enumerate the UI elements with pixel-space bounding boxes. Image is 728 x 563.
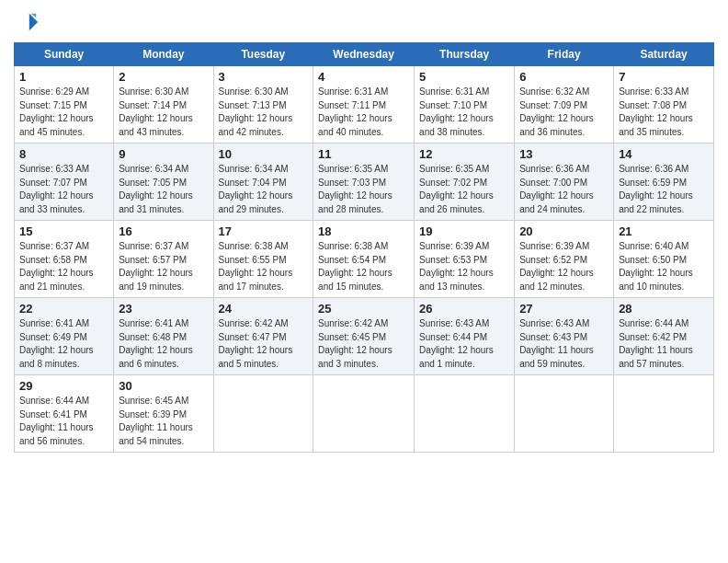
calendar-cell: 24Sunrise: 6:42 AM Sunset: 6:47 PM Dayli… [213, 298, 313, 375]
calendar-cell: 7Sunrise: 6:33 AM Sunset: 7:08 PM Daylig… [614, 66, 714, 144]
day-number: 30 [119, 379, 208, 393]
calendar-day-header: Saturday [614, 43, 714, 66]
calendar-cell: 9Sunrise: 6:34 AM Sunset: 7:05 PM Daylig… [114, 144, 213, 221]
day-number: 1 [19, 70, 108, 84]
calendar-cell: 11Sunrise: 6:35 AM Sunset: 7:03 PM Dayli… [313, 144, 415, 221]
day-number: 22 [19, 302, 108, 316]
day-number: 29 [19, 379, 108, 393]
day-number: 16 [119, 224, 208, 238]
day-number: 15 [19, 224, 108, 238]
day-info: Sunrise: 6:36 AM Sunset: 6:59 PM Dayligh… [619, 163, 709, 216]
calendar-day-header: Wednesday [313, 43, 415, 66]
day-number: 20 [519, 224, 609, 238]
day-number: 3 [219, 70, 309, 84]
page-container: SundayMondayTuesdayWednesdayThursdayFrid… [0, 0, 728, 462]
day-number: 12 [419, 147, 509, 161]
calendar-cell [415, 375, 515, 453]
calendar-cell: 15Sunrise: 6:37 AM Sunset: 6:58 PM Dayli… [15, 221, 114, 298]
day-info: Sunrise: 6:30 AM Sunset: 7:14 PM Dayligh… [119, 86, 208, 139]
calendar-header-row: SundayMondayTuesdayWednesdayThursdayFrid… [15, 43, 714, 66]
day-info: Sunrise: 6:33 AM Sunset: 7:07 PM Dayligh… [19, 163, 108, 216]
day-info: Sunrise: 6:43 AM Sunset: 6:43 PM Dayligh… [519, 317, 609, 371]
calendar-day-header: Sunday [15, 43, 114, 66]
day-info: Sunrise: 6:39 AM Sunset: 6:52 PM Dayligh… [519, 240, 609, 293]
calendar-week-row: 29Sunrise: 6:44 AM Sunset: 6:41 PM Dayli… [15, 375, 714, 453]
calendar-cell: 26Sunrise: 6:43 AM Sunset: 6:44 PM Dayli… [415, 298, 515, 375]
calendar-cell: 5Sunrise: 6:31 AM Sunset: 7:10 PM Daylig… [415, 66, 515, 144]
day-info: Sunrise: 6:39 AM Sunset: 6:53 PM Dayligh… [419, 240, 509, 293]
day-info: Sunrise: 6:40 AM Sunset: 6:50 PM Dayligh… [619, 240, 709, 293]
calendar-cell: 8Sunrise: 6:33 AM Sunset: 7:07 PM Daylig… [15, 144, 114, 221]
calendar-week-row: 22Sunrise: 6:41 AM Sunset: 6:49 PM Dayli… [15, 298, 714, 375]
calendar-cell [313, 375, 415, 453]
calendar-week-row: 15Sunrise: 6:37 AM Sunset: 6:58 PM Dayli… [15, 221, 714, 298]
day-info: Sunrise: 6:37 AM Sunset: 6:57 PM Dayligh… [119, 240, 208, 293]
day-number: 28 [619, 302, 709, 316]
day-info: Sunrise: 6:33 AM Sunset: 7:08 PM Dayligh… [619, 86, 709, 139]
calendar-day-header: Friday [515, 43, 614, 66]
day-info: Sunrise: 6:41 AM Sunset: 6:48 PM Dayligh… [119, 317, 208, 371]
calendar-cell [213, 375, 313, 453]
day-number: 13 [519, 147, 609, 161]
calendar-cell: 12Sunrise: 6:35 AM Sunset: 7:02 PM Dayli… [415, 144, 515, 221]
day-info: Sunrise: 6:30 AM Sunset: 7:13 PM Dayligh… [219, 86, 309, 139]
day-info: Sunrise: 6:36 AM Sunset: 7:00 PM Dayligh… [519, 163, 609, 216]
calendar-cell: 3Sunrise: 6:30 AM Sunset: 7:13 PM Daylig… [213, 66, 313, 144]
day-number: 5 [419, 70, 509, 84]
day-info: Sunrise: 6:32 AM Sunset: 7:09 PM Dayligh… [519, 86, 609, 139]
day-info: Sunrise: 6:38 AM Sunset: 6:55 PM Dayligh… [219, 240, 309, 293]
calendar-cell: 16Sunrise: 6:37 AM Sunset: 6:57 PM Dayli… [114, 221, 213, 298]
calendar-cell: 30Sunrise: 6:45 AM Sunset: 6:39 PM Dayli… [114, 375, 213, 453]
day-number: 4 [318, 70, 409, 84]
calendar-day-header: Monday [114, 43, 213, 66]
day-number: 10 [219, 147, 309, 161]
day-info: Sunrise: 6:41 AM Sunset: 6:49 PM Dayligh… [19, 317, 108, 371]
calendar-cell: 20Sunrise: 6:39 AM Sunset: 6:52 PM Dayli… [515, 221, 614, 298]
calendar-cell: 28Sunrise: 6:44 AM Sunset: 6:42 PM Dayli… [614, 298, 714, 375]
calendar-week-row: 8Sunrise: 6:33 AM Sunset: 7:07 PM Daylig… [15, 144, 714, 221]
logo-icon [14, 9, 40, 35]
calendar-cell: 2Sunrise: 6:30 AM Sunset: 7:14 PM Daylig… [114, 66, 213, 144]
calendar-cell [614, 375, 714, 453]
day-number: 9 [119, 147, 208, 161]
day-info: Sunrise: 6:45 AM Sunset: 6:39 PM Dayligh… [119, 395, 208, 448]
day-number: 8 [19, 147, 108, 161]
calendar-cell [515, 375, 614, 453]
day-number: 27 [519, 302, 609, 316]
day-number: 25 [318, 302, 409, 316]
day-info: Sunrise: 6:34 AM Sunset: 7:05 PM Dayligh… [119, 163, 208, 216]
day-info: Sunrise: 6:44 AM Sunset: 6:42 PM Dayligh… [619, 317, 709, 371]
day-number: 11 [318, 147, 409, 161]
day-info: Sunrise: 6:43 AM Sunset: 6:44 PM Dayligh… [419, 317, 509, 371]
day-info: Sunrise: 6:31 AM Sunset: 7:10 PM Dayligh… [419, 86, 509, 139]
day-info: Sunrise: 6:38 AM Sunset: 6:54 PM Dayligh… [318, 240, 409, 293]
day-info: Sunrise: 6:31 AM Sunset: 7:11 PM Dayligh… [318, 86, 409, 139]
day-number: 18 [318, 224, 409, 238]
day-number: 23 [119, 302, 208, 316]
day-info: Sunrise: 6:44 AM Sunset: 6:41 PM Dayligh… [19, 395, 108, 448]
calendar-week-row: 1Sunrise: 6:29 AM Sunset: 7:15 PM Daylig… [15, 66, 714, 144]
calendar-cell: 27Sunrise: 6:43 AM Sunset: 6:43 PM Dayli… [515, 298, 614, 375]
day-info: Sunrise: 6:35 AM Sunset: 7:02 PM Dayligh… [419, 163, 509, 216]
calendar-cell: 23Sunrise: 6:41 AM Sunset: 6:48 PM Dayli… [114, 298, 213, 375]
calendar-cell: 21Sunrise: 6:40 AM Sunset: 6:50 PM Dayli… [614, 221, 714, 298]
day-number: 19 [419, 224, 509, 238]
calendar-table: SundayMondayTuesdayWednesdayThursdayFrid… [14, 42, 714, 453]
calendar-cell: 22Sunrise: 6:41 AM Sunset: 6:49 PM Dayli… [15, 298, 114, 375]
day-number: 24 [219, 302, 309, 316]
calendar-cell: 19Sunrise: 6:39 AM Sunset: 6:53 PM Dayli… [415, 221, 515, 298]
calendar-cell: 29Sunrise: 6:44 AM Sunset: 6:41 PM Dayli… [15, 375, 114, 453]
calendar-cell: 6Sunrise: 6:32 AM Sunset: 7:09 PM Daylig… [515, 66, 614, 144]
calendar-cell: 1Sunrise: 6:29 AM Sunset: 7:15 PM Daylig… [15, 66, 114, 144]
calendar-cell: 18Sunrise: 6:38 AM Sunset: 6:54 PM Dayli… [313, 221, 415, 298]
day-info: Sunrise: 6:37 AM Sunset: 6:58 PM Dayligh… [19, 240, 108, 293]
day-info: Sunrise: 6:42 AM Sunset: 6:45 PM Dayligh… [318, 317, 409, 371]
calendar-cell: 17Sunrise: 6:38 AM Sunset: 6:55 PM Dayli… [213, 221, 313, 298]
header [14, 9, 714, 35]
logo [14, 9, 43, 35]
day-info: Sunrise: 6:34 AM Sunset: 7:04 PM Dayligh… [219, 163, 309, 216]
day-number: 17 [219, 224, 309, 238]
calendar-cell: 13Sunrise: 6:36 AM Sunset: 7:00 PM Dayli… [515, 144, 614, 221]
day-info: Sunrise: 6:35 AM Sunset: 7:03 PM Dayligh… [318, 163, 409, 216]
day-info: Sunrise: 6:42 AM Sunset: 6:47 PM Dayligh… [219, 317, 309, 371]
